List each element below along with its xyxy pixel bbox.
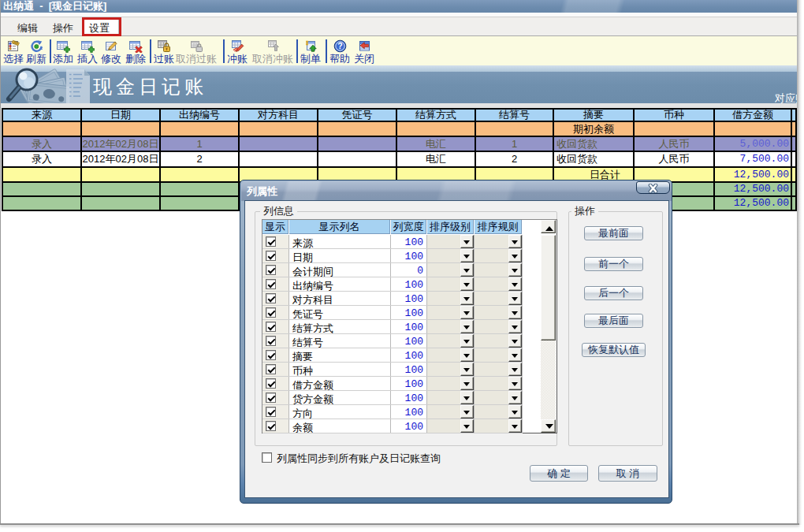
svg-text:?: ? (337, 41, 342, 50)
